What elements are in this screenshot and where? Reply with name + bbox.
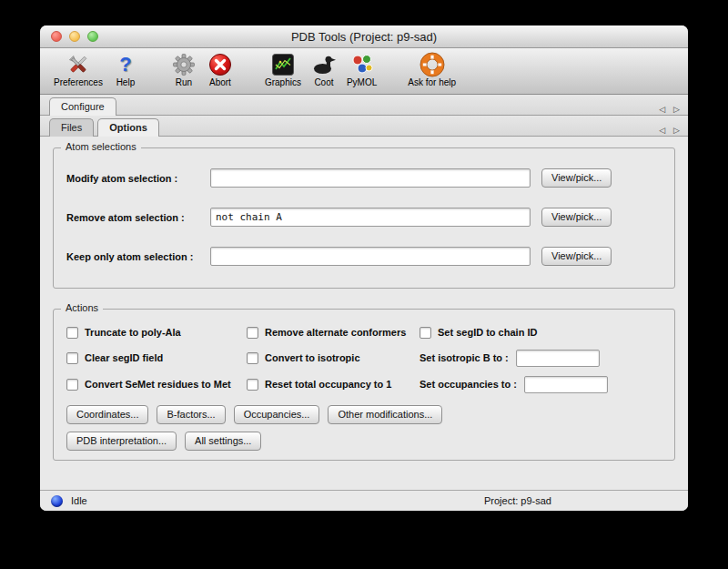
keep-only-selection-row: Keep only atom selection : View/pick...: [66, 247, 665, 266]
checkbox-label: Set segID to chain ID: [438, 327, 537, 338]
checkbox-box[interactable]: [66, 352, 78, 364]
tab-files[interactable]: Files: [49, 118, 94, 137]
modify-view-pick-button[interactable]: View/pick...: [541, 168, 612, 188]
abort-button[interactable]: Abort: [202, 51, 238, 87]
set-occupancies-field: Set occupancies to :: [420, 375, 665, 393]
toolbar-label: Ask for help: [408, 77, 456, 87]
checkbox-label: Clear segID field: [85, 352, 163, 363]
coot-button[interactable]: Coot: [306, 51, 342, 87]
checkbox-truncate-poly-ala[interactable]: Truncate to poly-Ala: [66, 324, 247, 340]
checkbox-label: Remove alternate conformers: [265, 327, 406, 338]
checkbox-label: Reset total occupancy to 1: [265, 379, 391, 390]
checkbox-remove-alternate-conformers[interactable]: Remove alternate conformers: [247, 324, 420, 340]
run-gear-icon: [170, 51, 197, 77]
coot-bird-icon: [310, 51, 338, 77]
status-bar: Idle Project: p9-sad: [40, 490, 688, 511]
pymol-button[interactable]: PyMOL: [342, 51, 381, 87]
remove-selection-input[interactable]: [210, 208, 531, 227]
preferences-button[interactable]: Preferences: [49, 51, 107, 87]
status-indicator-icon: [51, 495, 63, 507]
tab-configure[interactable]: Configure: [49, 97, 116, 116]
keep-only-selection-input[interactable]: [210, 247, 531, 266]
all-settings-button[interactable]: All settings...: [185, 432, 261, 451]
window-title: PDB Tools (Project: p9-sad): [291, 30, 437, 44]
atom-selections-group: Atom selections Modify atom selection : …: [53, 147, 675, 289]
toolbar-label: Coot: [314, 77, 333, 87]
checkbox-box[interactable]: [247, 327, 258, 339]
pdb-interpretation-button[interactable]: PDB interpretation...: [66, 432, 177, 451]
coordinates-button[interactable]: Coordinates...: [66, 405, 148, 424]
checkbox-label: Truncate to poly-Ala: [85, 327, 181, 338]
lifebuoy-icon: [419, 51, 446, 77]
scroll-right-icon[interactable]: [673, 99, 680, 116]
toolbar-label: Help: [116, 77, 136, 87]
keep-only-view-pick-button[interactable]: View/pick...: [541, 247, 612, 266]
actions-button-row-1: Coordinates... B-factors... Occupancies.…: [66, 405, 665, 424]
pymol-icon: [349, 51, 376, 77]
title-bar[interactable]: PDB Tools (Project: p9-sad): [40, 25, 688, 48]
group-title: Atom selections: [61, 141, 141, 152]
checkbox-box[interactable]: [247, 352, 258, 364]
checkbox-box[interactable]: [66, 327, 78, 339]
other-modifications-button[interactable]: Other modifications...: [328, 405, 442, 424]
checkbox-clear-segid-field[interactable]: Clear segID field: [66, 350, 247, 366]
graphics-button[interactable]: Graphics: [260, 51, 306, 87]
actions-checkbox-grid: Truncate to poly-Ala Remove alternate co…: [66, 324, 665, 393]
set-occupancies-input[interactable]: [524, 376, 608, 393]
b-factors-button[interactable]: B-factors...: [157, 405, 225, 424]
scroll-left-icon[interactable]: [659, 120, 665, 137]
run-button[interactable]: Run: [166, 51, 202, 87]
keep-only-selection-label: Keep only atom selection :: [66, 251, 210, 262]
checkbox-reset-total-occupancy[interactable]: Reset total occupancy to 1: [247, 376, 420, 392]
checkbox-box[interactable]: [420, 327, 431, 339]
checkbox-box[interactable]: [247, 379, 258, 391]
modify-selection-label: Modify atom selection :: [66, 173, 210, 184]
help-icon: ?: [112, 51, 139, 77]
checkbox-convert-to-isotropic[interactable]: Convert to isotropic: [247, 350, 420, 366]
toolbar-label: Run: [176, 77, 192, 87]
set-isotropic-b-label: Set isotropic B to :: [420, 352, 509, 363]
toolbar-label: Abort: [209, 77, 231, 87]
abort-icon: [207, 51, 234, 77]
actions-group: Actions Truncate to poly-Ala Remove alte…: [53, 309, 675, 461]
help-button[interactable]: ? Help: [107, 51, 144, 87]
minimize-button[interactable]: [69, 31, 80, 42]
tab-scroll-arrows: [659, 99, 680, 116]
occupancies-button[interactable]: Occupancies...: [234, 405, 320, 424]
tab-options[interactable]: Options: [97, 118, 159, 137]
options-panel: Atom selections Modify atom selection : …: [40, 137, 688, 490]
scroll-left-icon[interactable]: [659, 99, 665, 116]
checkbox-box[interactable]: [66, 379, 78, 391]
remove-selection-label: Remove atom selection :: [66, 212, 210, 223]
tab-scroll-arrows: [659, 120, 680, 137]
close-button[interactable]: [51, 31, 62, 42]
group-title: Actions: [61, 302, 103, 313]
window-controls: [51, 31, 98, 42]
configure-tab-row: Configure: [40, 95, 688, 116]
zoom-button[interactable]: [87, 31, 98, 42]
set-isotropic-b-input[interactable]: [516, 350, 600, 367]
ask-for-help-button[interactable]: Ask for help: [403, 51, 460, 87]
remove-selection-row: Remove atom selection : View/pick...: [66, 208, 665, 227]
status-text: Idle: [71, 495, 87, 506]
toolbar-label: PyMOL: [347, 77, 377, 87]
scroll-right-icon[interactable]: [673, 120, 680, 137]
pdb-tools-window: PDB Tools (Project: p9-sad) Preferences: [40, 25, 688, 511]
actions-button-row-2: PDB interpretation... All settings...: [66, 432, 665, 451]
checkbox-label: Convert SeMet residues to Met: [85, 379, 231, 390]
modify-selection-row: Modify atom selection : View/pick...: [66, 168, 665, 188]
graphics-icon: [269, 51, 297, 77]
set-isotropic-b-field: Set isotropic B to :: [420, 349, 665, 367]
modify-selection-input[interactable]: [210, 168, 531, 188]
inner-tab-row: Files Options: [40, 116, 688, 137]
project-label: Project: p9-sad: [484, 495, 551, 506]
toolbar-label: Preferences: [54, 77, 103, 87]
preferences-icon: [65, 51, 92, 77]
checkbox-label: Convert to isotropic: [265, 352, 360, 363]
set-occupancies-label: Set occupancies to :: [420, 379, 517, 390]
toolbar: Preferences ? Help Run: [40, 48, 688, 95]
remove-view-pick-button[interactable]: View/pick...: [541, 208, 612, 227]
checkbox-set-segid-to-chain-id[interactable]: Set segID to chain ID: [420, 324, 665, 340]
toolbar-label: Graphics: [265, 77, 301, 87]
checkbox-convert-semet-to-met[interactable]: Convert SeMet residues to Met: [66, 376, 247, 392]
